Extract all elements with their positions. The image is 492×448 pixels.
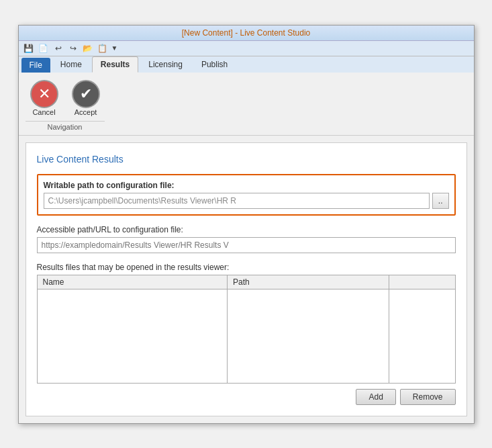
- browse-button[interactable]: ..: [432, 193, 449, 209]
- tab-home[interactable]: Home: [52, 56, 91, 73]
- table-actions: Add Remove: [37, 389, 456, 405]
- table-row: [37, 304, 455, 320]
- accessible-path-label: Accessible path/URL to configuration fil…: [37, 225, 456, 234]
- results-files-container: Results files that may be opened in the …: [37, 263, 456, 405]
- main-content: Live Content Results Writable path to co…: [26, 142, 467, 416]
- tab-results[interactable]: Results: [92, 56, 138, 73]
- save-icon[interactable]: 💾: [23, 42, 35, 54]
- application-window: [New Content] - Live Content Studio 💾 📄 …: [18, 25, 475, 424]
- col-name-header: Name: [37, 275, 228, 289]
- tab-publish[interactable]: Publish: [193, 56, 236, 73]
- col-empty-header: [389, 275, 455, 289]
- remove-button[interactable]: Remove: [400, 389, 456, 405]
- col-path-header: Path: [228, 275, 389, 289]
- cancel-icon: ✕: [30, 80, 58, 108]
- tab-licensing[interactable]: Licensing: [140, 56, 191, 73]
- results-table-body: [37, 289, 455, 383]
- accessible-path-input[interactable]: [37, 237, 456, 253]
- quick-access-toolbar: 💾 📄 ↩ ↪ 📂 📋 ▼: [19, 41, 474, 56]
- table-row: [37, 351, 455, 367]
- add-button[interactable]: Add: [356, 389, 395, 405]
- tab-file[interactable]: File: [21, 58, 50, 73]
- title-bar: [New Content] - Live Content Studio: [19, 26, 474, 41]
- table-row: [37, 367, 455, 383]
- cancel-button[interactable]: ✕ Cancel: [26, 77, 63, 120]
- results-files-label: Results files that may be opened in the …: [37, 263, 456, 272]
- accept-icon: ✔: [72, 80, 100, 108]
- navigation-buttons: ✕ Cancel ✔ Accept: [26, 77, 105, 120]
- accessible-path-group: Accessible path/URL to configuration fil…: [37, 225, 456, 253]
- section-title: Live Content Results: [37, 154, 456, 165]
- accessible-path-row: [37, 237, 456, 253]
- navigation-group: ✕ Cancel ✔ Accept Navigation: [26, 77, 105, 131]
- ribbon-tabs: File Home Results Licensing Publish: [19, 56, 474, 73]
- accept-button[interactable]: ✔ Accept: [67, 77, 105, 120]
- quick-access-dropdown[interactable]: ▼: [111, 44, 118, 52]
- new-icon[interactable]: 📄: [38, 42, 50, 54]
- ribbon-content: ✕ Cancel ✔ Accept Navigation: [19, 73, 474, 135]
- writable-path-input[interactable]: [44, 193, 430, 209]
- window-title: [New Content] - Live Content Studio: [182, 28, 310, 38]
- table-row: [37, 336, 455, 351]
- table-row: [37, 289, 455, 304]
- accept-label: Accept: [75, 108, 97, 116]
- paste-icon[interactable]: 📋: [97, 42, 109, 54]
- navigation-group-label: Navigation: [26, 121, 105, 131]
- writable-path-row: ..: [44, 193, 449, 209]
- writable-path-group: Writable path to configuration file: ..: [37, 174, 456, 216]
- table-row: [37, 320, 455, 336]
- cancel-label: Cancel: [32, 108, 55, 116]
- writable-path-label: Writable path to configuration file:: [44, 181, 449, 190]
- ribbon: File Home Results Licensing Publish ✕ Ca…: [19, 56, 474, 136]
- open-icon[interactable]: 📂: [82, 42, 94, 54]
- undo-icon[interactable]: ↩: [52, 42, 64, 54]
- results-table: Name Path: [37, 275, 456, 384]
- redo-icon[interactable]: ↪: [67, 42, 79, 54]
